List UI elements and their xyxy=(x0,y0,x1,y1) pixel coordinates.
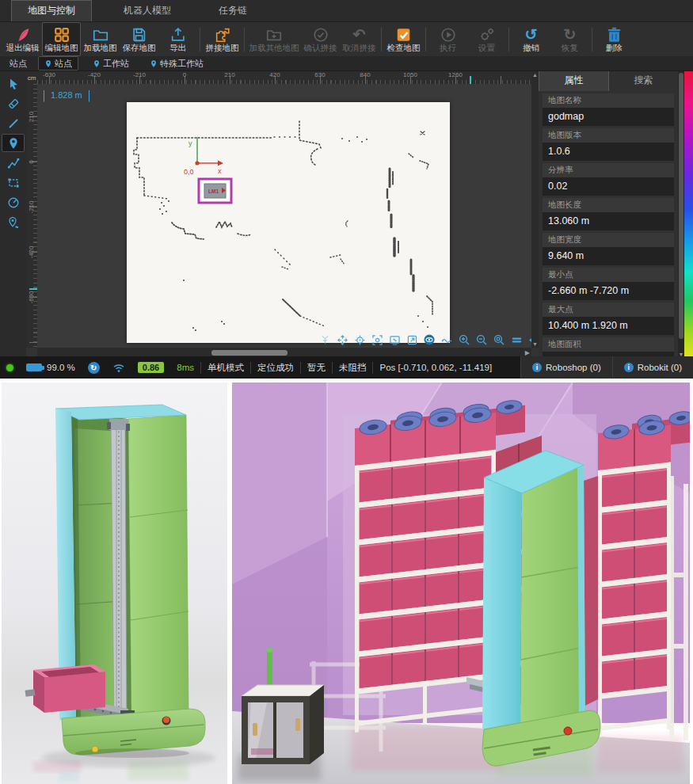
select-tool[interactable] xyxy=(2,74,25,93)
localization-score-badge: 0.86 xyxy=(138,362,164,373)
max-point-value[interactable]: 10.400 m 1.920 m xyxy=(543,317,674,335)
area-tool[interactable] xyxy=(2,173,25,192)
stitch-map-button[interactable]: 拼接地图 xyxy=(203,22,242,56)
edit-map-button[interactable]: 编辑地图 xyxy=(42,22,81,56)
zoom-in-icon[interactable] xyxy=(459,334,470,345)
station-tab-special-workstation[interactable]: 特殊工作站 xyxy=(143,56,210,70)
confirm-stitch-button[interactable]: 确认拼接 xyxy=(301,22,340,56)
station-tool[interactable] xyxy=(2,134,25,152)
occupancy-map[interactable]: y x 0,0 LM1 xyxy=(127,102,450,343)
line-tool[interactable] xyxy=(2,114,25,132)
gauge-tool[interactable] xyxy=(2,193,25,211)
toolbar-separator xyxy=(381,28,382,51)
scroll-down-arrow[interactable]: ▼ xyxy=(531,341,539,347)
min-point-value[interactable]: -2.660 m -7.720 m xyxy=(543,282,674,300)
settings-button[interactable]: 设置 xyxy=(467,22,506,56)
export-button[interactable]: 导出 xyxy=(158,22,197,56)
h-tick: 1260 xyxy=(444,71,467,78)
visibility-icon[interactable] xyxy=(424,334,435,345)
x-axis-label: x xyxy=(218,167,222,175)
pin-icon xyxy=(44,59,52,68)
map-view-controls: ▾ xyxy=(319,334,531,345)
field-map-length: 地图长度 13.060 m xyxy=(543,198,674,230)
delete-button[interactable]: 删除 xyxy=(595,22,634,56)
h-tick: 1050 xyxy=(398,71,422,78)
main-tab-bar: 地图与控制 机器人模型 任务链 xyxy=(0,0,693,22)
info-icon: i xyxy=(624,363,634,372)
redo-icon: ↻ xyxy=(564,26,577,44)
tab-map-control[interactable]: 地图与控制 xyxy=(11,0,92,21)
load-other-map-button[interactable]: 加载其他地图 xyxy=(247,22,301,56)
check-circle-icon xyxy=(312,26,329,44)
lidar-dots xyxy=(159,136,428,331)
cancel-stitch-button[interactable]: ↶ 取消拼接 xyxy=(340,22,379,56)
align-center-icon[interactable] xyxy=(337,334,348,345)
task-status: 暂无 xyxy=(307,362,326,374)
wifi-icon xyxy=(112,363,125,373)
properties-panel: 属性 搜索 地图名称 godmap 地图版本 1.0.6 分辨率 0.02 地图… xyxy=(539,71,678,358)
panel-scrollbar[interactable]: ▼ xyxy=(678,71,684,358)
check-map-button[interactable]: 检查地图 xyxy=(384,22,423,56)
cursor-position-marker xyxy=(29,288,37,290)
station-label: LM1 xyxy=(208,188,219,194)
undo-button[interactable]: ↺ 撤销 xyxy=(512,22,550,56)
zoom-out-icon[interactable] xyxy=(476,334,487,345)
panel-scrollbar-thumb[interactable] xyxy=(679,73,683,339)
toolbar-separator xyxy=(200,28,200,51)
path-tool[interactable] xyxy=(2,154,25,172)
bin-latch xyxy=(25,689,36,697)
cast-icon[interactable] xyxy=(389,334,400,345)
save-map-button[interactable]: 保存地图 xyxy=(120,22,158,56)
list-icon[interactable] xyxy=(511,334,522,345)
vertical-scrollbar[interactable]: ▲ ▼ xyxy=(531,71,539,348)
export-view-icon[interactable] xyxy=(406,334,417,345)
horizontal-scrollbar-thumb[interactable] xyxy=(211,350,287,356)
map-name-value[interactable]: godmap xyxy=(543,108,674,126)
roboshop-button[interactable]: iRoboshop (0) xyxy=(520,356,612,379)
property-fields: 地图名称 godmap 地图版本 1.0.6 分辨率 0.02 地图长度 13.… xyxy=(539,91,678,358)
curve-icon[interactable] xyxy=(441,334,452,345)
resolution-value[interactable]: 0.02 xyxy=(543,177,674,196)
field-resolution: 分辨率 0.02 xyxy=(543,163,674,196)
battery-icon xyxy=(26,363,42,371)
scan-icon[interactable] xyxy=(371,334,383,345)
tree-icon[interactable] xyxy=(319,334,330,345)
sync-icon[interactable]: ↻ xyxy=(88,362,100,374)
tab-properties[interactable]: 属性 xyxy=(539,71,609,91)
power-button xyxy=(92,746,98,752)
lidar-map: y x 0,0 LM1 xyxy=(127,102,450,343)
robokit-button[interactable]: iRobokit (0) xyxy=(612,356,693,379)
h-tick: 840 xyxy=(353,71,377,78)
scroll-up-arrow[interactable]: ▲ xyxy=(531,72,539,78)
map-width-value[interactable]: 9.640 m xyxy=(543,247,674,265)
redo-button[interactable]: ↻ 恢复 xyxy=(550,22,589,56)
scroll-right-arrow[interactable]: ▶ xyxy=(525,349,530,356)
horizontal-ruler: -630 -420 -210 0 210 420 630 840 1050 12… xyxy=(37,71,531,85)
field-map-name: 地图名称 godmap xyxy=(543,93,674,126)
toolbar-separator xyxy=(244,28,245,51)
tab-task-chain[interactable]: 任务链 xyxy=(203,1,263,21)
station-tab-station[interactable]: 站点 xyxy=(38,56,78,70)
tote-lift-robot xyxy=(466,451,600,766)
origin-label: 0,0 xyxy=(184,168,194,176)
station-tab-workstation[interactable]: 工作站 xyxy=(86,56,135,70)
map-length-value[interactable]: 13.060 m xyxy=(543,212,674,230)
locate-icon[interactable] xyxy=(354,334,365,345)
map-version-value[interactable]: 1.0.6 xyxy=(543,143,674,161)
door-handle xyxy=(295,718,300,731)
map-canvas[interactable]: y x 0,0 LM1 1.828 m xyxy=(37,84,531,348)
station-prefix-label: 站点 xyxy=(10,58,27,70)
load-map-button[interactable]: 加载地图 xyxy=(81,22,120,56)
map-editor-main: cm -630 -420 -210 0 210 420 630 840 1050… xyxy=(0,71,693,358)
zoom-area-icon[interactable] xyxy=(493,334,505,345)
exit-edit-button[interactable]: 退出编辑 xyxy=(3,22,42,56)
tote-lift-robot-render xyxy=(2,382,227,784)
info-icon: i xyxy=(532,363,542,372)
execute-button[interactable]: 执行 xyxy=(428,22,467,56)
tab-robot-model[interactable]: 机器人模型 xyxy=(108,1,187,21)
advanced-point-tool[interactable] xyxy=(2,213,25,231)
tab-search[interactable]: 搜索 xyxy=(609,71,678,91)
v-tick: -420 xyxy=(28,241,35,265)
eraser-tool[interactable] xyxy=(2,94,25,112)
station-marker[interactable]: LM1 xyxy=(199,179,231,203)
